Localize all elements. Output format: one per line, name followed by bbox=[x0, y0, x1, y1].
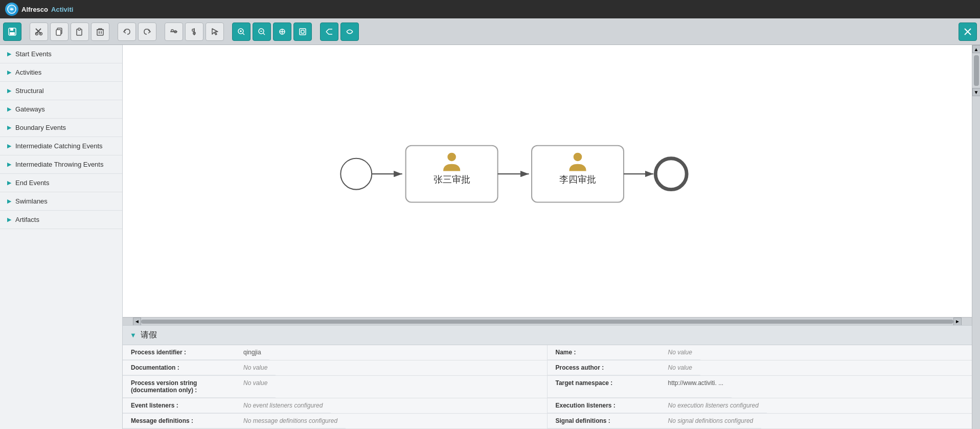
end-event-circle[interactable] bbox=[655, 159, 687, 190]
sidebar-item-boundary-events[interactable]: ▶ Boundary Events bbox=[0, 119, 122, 137]
svg-rect-9 bbox=[56, 30, 61, 35]
prop-label-event-listeners: Event listeners : bbox=[123, 398, 235, 413]
bpmn-canvas[interactable]: 张三审批 李四审批 bbox=[123, 45, 972, 317]
fit-button[interactable] bbox=[273, 22, 291, 41]
top-bar: Alfresco Activiti bbox=[0, 0, 980, 18]
prop-label-process-id: Process identifier : bbox=[123, 345, 235, 360]
prop-row-message-defs: Message definitions : No message definit… bbox=[123, 414, 548, 429]
chevron-right-icon: ▶ bbox=[7, 124, 11, 131]
vertical-scrollbar-thumb[interactable] bbox=[974, 55, 979, 86]
svg-point-35 bbox=[447, 153, 456, 162]
prop-value-execution-listeners: No execution listeners configured bbox=[660, 398, 767, 413]
properties-title: 请假 bbox=[141, 330, 157, 341]
align-vertical-button[interactable] bbox=[185, 22, 203, 41]
pointer-tool-button[interactable] bbox=[206, 22, 224, 41]
sidebar-label-artifacts: Artifacts bbox=[15, 216, 39, 223]
sidebar-label-swimlanes: Swimlanes bbox=[15, 197, 48, 205]
svg-rect-30 bbox=[300, 29, 306, 35]
prop-label-version: Process version string (documentation on… bbox=[123, 376, 235, 398]
prop-label-documentation: Documentation : bbox=[123, 360, 235, 375]
svg-rect-31 bbox=[301, 30, 304, 33]
prop-value-process-id: qingjia bbox=[235, 345, 269, 360]
paste-button[interactable] bbox=[71, 22, 89, 41]
sidebar-label-structural: Structural bbox=[15, 87, 44, 95]
prop-value-namespace: http://www.activiti. ... bbox=[660, 376, 732, 398]
prop-value-event-listeners: No event listeners configured bbox=[235, 398, 331, 413]
properties-panel: ▼ 请假 Process identifier : qingjia Name :… bbox=[123, 325, 972, 429]
scroll-up-button[interactable]: ▲ bbox=[972, 45, 981, 53]
close-button[interactable] bbox=[959, 22, 977, 41]
sidebar-label-boundary-events: Boundary Events bbox=[15, 124, 66, 131]
chevron-right-icon: ▶ bbox=[7, 198, 11, 205]
svg-marker-19 bbox=[212, 29, 218, 35]
scroll-down-button[interactable]: ▼ bbox=[972, 88, 981, 96]
prop-row-namespace: Target namespace : http://www.activiti. … bbox=[548, 376, 972, 398]
prop-row-process-id: Process identifier : qingjia bbox=[123, 345, 548, 360]
svg-rect-14 bbox=[171, 30, 173, 32]
logo-area: Alfresco Activiti bbox=[5, 3, 73, 16]
actual-size-button[interactable] bbox=[293, 22, 312, 41]
undo-button[interactable] bbox=[118, 22, 136, 41]
svg-line-23 bbox=[243, 33, 244, 35]
cut-button[interactable] bbox=[30, 22, 48, 41]
save-button[interactable] bbox=[3, 22, 21, 41]
sidebar-item-end-events[interactable]: ▶ End Events bbox=[0, 174, 122, 192]
svg-rect-17 bbox=[192, 29, 194, 31]
sidebar-item-gateways[interactable]: ▶ Gateways bbox=[0, 100, 122, 119]
properties-header: ▼ 请假 bbox=[123, 326, 972, 345]
app-name: Alfresco bbox=[21, 6, 48, 13]
zoom-in-button[interactable] bbox=[232, 22, 250, 41]
route1-button[interactable] bbox=[320, 22, 338, 41]
delete-button[interactable] bbox=[91, 22, 109, 41]
properties-grid: Process identifier : qingjia Name : No v… bbox=[123, 345, 972, 429]
prop-value-version: No value bbox=[235, 376, 276, 398]
sidebar-item-intermediate-catching[interactable]: ▶ Intermediate Catching Events bbox=[0, 137, 122, 155]
prop-value-author: No value bbox=[660, 360, 700, 375]
prop-row-signal-defs: Signal definitions : No signal definitio… bbox=[548, 414, 972, 429]
prop-label-author: Process author : bbox=[548, 360, 660, 375]
task-lisi-label: 李四审批 bbox=[559, 174, 596, 185]
sidebar-label-gateways: Gateways bbox=[15, 105, 45, 113]
align-horizontal-button[interactable] bbox=[165, 22, 183, 41]
prop-row-event-listeners: Event listeners : No event listeners con… bbox=[123, 398, 548, 414]
copy-button[interactable] bbox=[50, 22, 69, 41]
chevron-right-icon: ▶ bbox=[7, 143, 11, 149]
prop-value-name: No value bbox=[660, 345, 700, 360]
svg-point-6 bbox=[36, 32, 38, 35]
sidebar-label-intermediate-throwing: Intermediate Throwing Events bbox=[15, 161, 103, 168]
product-name: Activiti bbox=[51, 6, 73, 13]
svg-rect-3 bbox=[10, 32, 15, 35]
chevron-right-icon: ▶ bbox=[7, 106, 11, 112]
sidebar-item-structural[interactable]: ▶ Structural bbox=[0, 82, 122, 100]
svg-point-36 bbox=[574, 153, 582, 162]
sidebar-item-intermediate-throwing[interactable]: ▶ Intermediate Throwing Events bbox=[0, 155, 122, 174]
scroll-left-button[interactable]: ◄ bbox=[133, 318, 141, 326]
collapse-arrow-icon[interactable]: ▼ bbox=[130, 331, 136, 339]
sidebar-label-start-events: Start Events bbox=[15, 50, 52, 58]
sidebar-item-artifacts[interactable]: ▶ Artifacts bbox=[0, 211, 122, 229]
chevron-right-icon: ▶ bbox=[7, 179, 11, 186]
sidebar-item-start-events[interactable]: ▶ Start Events bbox=[0, 45, 122, 63]
chevron-right-icon: ▶ bbox=[7, 51, 11, 57]
prop-row-execution-listeners: Execution listeners : No execution liste… bbox=[548, 398, 972, 414]
sidebar-item-activities[interactable]: ▶ Activities bbox=[0, 63, 122, 82]
sidebar: ▶ Start Events ▶ Activities ▶ Structural… bbox=[0, 45, 123, 429]
prop-label-name: Name : bbox=[548, 345, 660, 360]
main-area: ▶ Start Events ▶ Activities ▶ Structural… bbox=[0, 45, 980, 429]
toolbar bbox=[0, 18, 980, 45]
svg-rect-2 bbox=[10, 28, 13, 31]
sidebar-item-swimlanes[interactable]: ▶ Swimlanes bbox=[0, 192, 122, 211]
horizontal-scrollbar-thumb[interactable] bbox=[141, 320, 953, 324]
route2-button[interactable] bbox=[340, 22, 359, 41]
prop-row-documentation: Documentation : No value bbox=[123, 360, 548, 376]
vertical-scrollbar: ▲ ▼ bbox=[972, 45, 980, 429]
start-event-circle[interactable] bbox=[340, 159, 372, 190]
zoom-out-button[interactable] bbox=[253, 22, 271, 41]
scroll-right-button[interactable]: ► bbox=[953, 318, 962, 326]
redo-button[interactable] bbox=[138, 22, 156, 41]
sidebar-label-activities: Activities bbox=[15, 69, 41, 76]
prop-value-message-defs: No message definitions configured bbox=[235, 414, 346, 428]
prop-label-message-defs: Message definitions : bbox=[123, 414, 235, 428]
prop-row-name: Name : No value bbox=[548, 345, 972, 360]
chevron-right-icon: ▶ bbox=[7, 161, 11, 168]
